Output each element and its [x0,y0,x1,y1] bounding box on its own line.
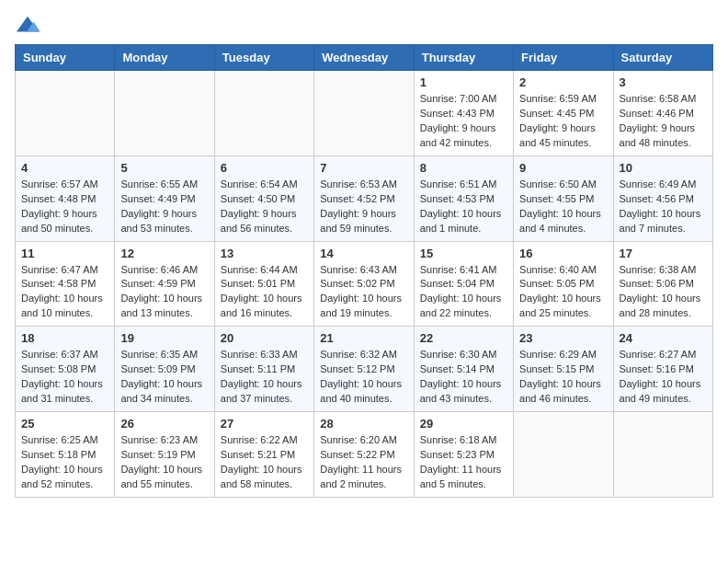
calendar-cell: 22Sunrise: 6:30 AM Sunset: 5:14 PM Dayli… [414,327,513,412]
day-info: Sunrise: 6:27 AM Sunset: 5:16 PM Dayligh… [620,348,707,407]
calendar-cell: 12Sunrise: 6:46 AM Sunset: 4:59 PM Dayli… [115,241,214,327]
day-number: 25 [21,417,108,431]
calendar-cell: 16Sunrise: 6:40 AM Sunset: 5:05 PM Dayli… [514,241,613,327]
day-info: Sunrise: 7:00 AM Sunset: 4:43 PM Dayligh… [420,92,507,151]
day-info: Sunrise: 6:46 AM Sunset: 4:59 PM Dayligh… [120,263,208,322]
day-info: Sunrise: 6:41 AM Sunset: 5:04 PM Dayligh… [420,263,507,322]
calendar-cell [16,71,115,156]
day-info: Sunrise: 6:59 AM Sunset: 4:45 PM Dayligh… [519,92,607,151]
day-number: 15 [420,247,507,260]
day-info: Sunrise: 6:53 AM Sunset: 4:52 PM Dayligh… [320,178,407,236]
calendar-cell: 11Sunrise: 6:47 AM Sunset: 4:58 PM Dayli… [16,241,115,327]
day-number: 6 [221,161,308,175]
day-number: 16 [519,247,607,260]
generalblue-logo-icon [15,15,40,37]
calendar-cell: 2Sunrise: 6:59 AM Sunset: 4:45 PM Daylig… [514,71,613,156]
day-info: Sunrise: 6:57 AM Sunset: 4:48 PM Dayligh… [21,178,108,236]
calendar-cell: 15Sunrise: 6:41 AM Sunset: 5:04 PM Dayli… [414,241,513,327]
day-number: 12 [120,247,208,260]
calendar-week-row: 18Sunrise: 6:37 AM Sunset: 5:08 PM Dayli… [16,327,713,412]
calendar-header-row: SundayMondayTuesdayWednesdayThursdayFrid… [16,45,713,71]
calendar-cell [115,71,214,156]
calendar-week-row: 4Sunrise: 6:57 AM Sunset: 4:48 PM Daylig… [16,155,713,241]
column-header-thursday: Thursday [414,45,513,71]
day-info: Sunrise: 6:18 AM Sunset: 5:23 PM Dayligh… [420,433,507,492]
column-header-sunday: Sunday [16,45,115,71]
calendar-cell: 4Sunrise: 6:57 AM Sunset: 4:48 PM Daylig… [16,155,115,241]
day-number: 21 [320,331,407,345]
calendar-cell: 24Sunrise: 6:27 AM Sunset: 5:16 PM Dayli… [613,327,712,412]
calendar-cell: 23Sunrise: 6:29 AM Sunset: 5:15 PM Dayli… [514,327,613,412]
day-info: Sunrise: 6:55 AM Sunset: 4:49 PM Dayligh… [120,178,208,236]
day-info: Sunrise: 6:20 AM Sunset: 5:22 PM Dayligh… [320,433,407,492]
calendar-week-row: 11Sunrise: 6:47 AM Sunset: 4:58 PM Dayli… [16,241,713,327]
day-info: Sunrise: 6:22 AM Sunset: 5:21 PM Dayligh… [221,433,308,492]
day-info: Sunrise: 6:25 AM Sunset: 5:18 PM Dayligh… [21,433,108,492]
calendar-cell: 20Sunrise: 6:33 AM Sunset: 5:11 PM Dayli… [214,327,313,412]
calendar-cell: 18Sunrise: 6:37 AM Sunset: 5:08 PM Dayli… [16,327,115,412]
calendar-cell: 7Sunrise: 6:53 AM Sunset: 4:52 PM Daylig… [314,155,414,241]
calendar-cell: 13Sunrise: 6:44 AM Sunset: 5:01 PM Dayli… [214,241,313,327]
day-number: 8 [420,161,507,175]
logo [15,15,44,37]
calendar-cell: 21Sunrise: 6:32 AM Sunset: 5:12 PM Dayli… [314,327,414,412]
calendar-cell: 19Sunrise: 6:35 AM Sunset: 5:09 PM Dayli… [115,327,214,412]
day-number: 10 [620,161,707,175]
column-header-monday: Monday [115,45,214,71]
day-number: 23 [519,331,607,345]
day-number: 3 [620,75,707,89]
day-number: 24 [620,331,707,345]
calendar-cell: 5Sunrise: 6:55 AM Sunset: 4:49 PM Daylig… [115,155,214,241]
calendar-cell: 17Sunrise: 6:38 AM Sunset: 5:06 PM Dayli… [613,241,712,327]
day-number: 20 [221,331,308,345]
day-info: Sunrise: 6:33 AM Sunset: 5:11 PM Dayligh… [221,348,308,407]
day-number: 28 [320,417,407,431]
calendar-cell: 27Sunrise: 6:22 AM Sunset: 5:21 PM Dayli… [214,412,313,498]
calendar-cell: 8Sunrise: 6:51 AM Sunset: 4:53 PM Daylig… [414,155,513,241]
day-info: Sunrise: 6:35 AM Sunset: 5:09 PM Dayligh… [120,348,208,407]
calendar-cell: 3Sunrise: 6:58 AM Sunset: 4:46 PM Daylig… [613,71,712,156]
page-header [15,15,713,37]
day-info: Sunrise: 6:58 AM Sunset: 4:46 PM Dayligh… [620,92,707,151]
calendar-cell: 28Sunrise: 6:20 AM Sunset: 5:22 PM Dayli… [314,412,414,498]
calendar-cell: 1Sunrise: 7:00 AM Sunset: 4:43 PM Daylig… [414,71,513,156]
calendar-cell: 14Sunrise: 6:43 AM Sunset: 5:02 PM Dayli… [314,241,414,327]
calendar-cell: 29Sunrise: 6:18 AM Sunset: 5:23 PM Dayli… [414,412,513,498]
day-number: 13 [221,247,308,260]
calendar-cell [314,71,414,156]
day-number: 11 [21,247,108,260]
calendar-table: SundayMondayTuesdayWednesdayThursdayFrid… [15,44,713,498]
day-info: Sunrise: 6:37 AM Sunset: 5:08 PM Dayligh… [21,348,108,407]
day-number: 1 [420,75,507,89]
day-info: Sunrise: 6:47 AM Sunset: 4:58 PM Dayligh… [21,263,108,322]
day-info: Sunrise: 6:23 AM Sunset: 5:19 PM Dayligh… [120,433,208,492]
day-number: 5 [120,161,208,175]
day-number: 4 [21,161,108,175]
day-number: 7 [320,161,407,175]
calendar-cell [514,412,613,498]
calendar-cell: 6Sunrise: 6:54 AM Sunset: 4:50 PM Daylig… [214,155,313,241]
day-info: Sunrise: 6:38 AM Sunset: 5:06 PM Dayligh… [620,263,707,322]
day-number: 17 [620,247,707,260]
calendar-week-row: 25Sunrise: 6:25 AM Sunset: 5:18 PM Dayli… [16,412,713,498]
day-number: 9 [519,161,607,175]
day-number: 27 [221,417,308,431]
column-header-tuesday: Tuesday [214,45,313,71]
calendar-week-row: 1Sunrise: 7:00 AM Sunset: 4:43 PM Daylig… [16,71,713,156]
calendar-cell: 25Sunrise: 6:25 AM Sunset: 5:18 PM Dayli… [16,412,115,498]
day-info: Sunrise: 6:30 AM Sunset: 5:14 PM Dayligh… [420,348,507,407]
day-number: 22 [420,331,507,345]
day-info: Sunrise: 6:50 AM Sunset: 4:55 PM Dayligh… [519,178,607,236]
day-info: Sunrise: 6:49 AM Sunset: 4:56 PM Dayligh… [620,178,707,236]
calendar-cell: 9Sunrise: 6:50 AM Sunset: 4:55 PM Daylig… [514,155,613,241]
day-number: 2 [519,75,607,89]
column-header-saturday: Saturday [613,45,712,71]
calendar-cell [214,71,313,156]
column-header-wednesday: Wednesday [314,45,414,71]
day-info: Sunrise: 6:54 AM Sunset: 4:50 PM Dayligh… [221,178,308,236]
day-info: Sunrise: 6:40 AM Sunset: 5:05 PM Dayligh… [519,263,607,322]
calendar-cell [613,412,712,498]
day-number: 29 [420,417,507,431]
day-info: Sunrise: 6:44 AM Sunset: 5:01 PM Dayligh… [221,263,308,322]
day-info: Sunrise: 6:43 AM Sunset: 5:02 PM Dayligh… [320,263,407,322]
